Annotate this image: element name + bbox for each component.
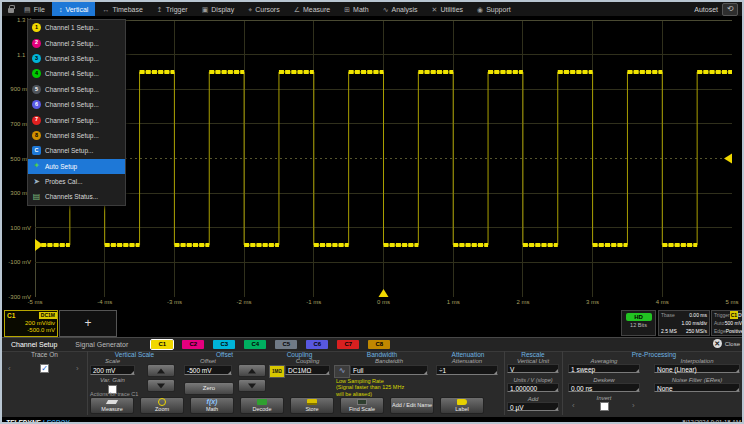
channel-chip-c2[interactable]: C2	[182, 340, 204, 349]
channel-chip-c4[interactable]: C4	[244, 340, 266, 349]
next-trace-arrow[interactable]: ›	[76, 364, 79, 373]
add-trace-button[interactable]: +	[59, 310, 117, 337]
noise-filter-field[interactable]: None	[654, 383, 740, 392]
channel-setup-panel: Channel Setup Signal Generator C1C2C3C4C…	[2, 337, 744, 417]
channel-chip-c1[interactable]: C1	[151, 340, 173, 349]
menu-trigger[interactable]: ↥Trigger	[150, 2, 195, 16]
label-button[interactable]: Label	[440, 397, 484, 414]
menu-item-channel-7-setup[interactable]: 7Channel 7 Setup...	[28, 112, 125, 127]
menu-cursors[interactable]: ⌖Cursors	[241, 2, 286, 16]
scale-up-button[interactable]	[147, 364, 175, 377]
timebase-label: Tbase	[661, 311, 675, 319]
menu-analysis[interactable]: ∿Analysis	[376, 2, 425, 16]
menu-support[interactable]: ◉Support	[470, 2, 518, 16]
decode-button[interactable]: Decode	[240, 397, 284, 414]
utilities-icon: ✕	[432, 6, 438, 13]
invert-next-arrow[interactable]: ›	[632, 401, 635, 410]
menu-display[interactable]: ▣Display	[195, 2, 242, 16]
menu-item-channel-3-setup[interactable]: 3Channel 3 Setup...	[28, 51, 125, 66]
trigger-level-marker[interactable]	[724, 154, 732, 164]
store-button[interactable]: Store	[290, 397, 334, 414]
menu-label: Timebase	[112, 6, 142, 13]
timebase-rate: 250 MS/s	[686, 327, 707, 335]
menu-file[interactable]: ▤File	[17, 2, 52, 16]
add-field[interactable]: 0 µV	[507, 402, 559, 411]
scale-down-button[interactable]	[147, 379, 175, 392]
channel-chip-c5[interactable]: C5	[275, 340, 297, 349]
menu-item-channel-setup[interactable]: CChannel Setup...	[28, 143, 125, 158]
menu-vertical[interactable]: ↕Vertical	[52, 2, 95, 16]
channel-chip-c6[interactable]: C6	[306, 340, 328, 349]
menu-measure[interactable]: ∠Measure	[287, 2, 338, 16]
zoom-button[interactable]: Zoom	[140, 397, 184, 414]
menu-item-probes-cal[interactable]: ➤Probes Cal...	[28, 174, 125, 189]
timebase-icon: ↔	[102, 6, 109, 13]
math-button[interactable]: f(x)Math	[190, 397, 234, 414]
vertical-unit-field[interactable]: V	[507, 364, 559, 373]
find-scale-button[interactable]: Find Scale	[340, 397, 384, 414]
timebase-scale: 1.00 ms/div	[681, 319, 707, 327]
menu-item-auto-setup[interactable]: ✦Auto Setup	[28, 159, 125, 174]
menu-item-channel-6-setup[interactable]: 6Channel 6 Setup...	[28, 97, 125, 112]
menu-item-channel-2-setup[interactable]: 2Channel 2 Setup...	[28, 35, 125, 50]
tab-channel-setup[interactable]: Channel Setup	[2, 341, 66, 348]
bandwidth-field[interactable]: Full	[350, 365, 428, 375]
undo-autoset-icon[interactable]: ⟲	[722, 3, 738, 16]
trace-on-label: Trace On	[2, 351, 87, 358]
autoset-button[interactable]: Autoset	[694, 6, 718, 13]
offset-down-button[interactable]	[238, 379, 266, 392]
menu-utilities[interactable]: ✕Utilities	[425, 2, 470, 16]
offset-field[interactable]: -500 mV	[184, 365, 232, 375]
close-panel-button[interactable]: ✕ Close	[713, 339, 740, 348]
analysis-icon: ∿	[383, 6, 389, 13]
scale-field[interactable]: 200 mV	[90, 365, 135, 375]
menu-bar: ▤File↕Vertical↔Timebase↥Trigger▣Display⌖…	[2, 2, 742, 17]
trace-on-checkbox[interactable]: ✓	[40, 364, 49, 373]
menu-item-label: Channel 6 Setup...	[45, 101, 99, 108]
c1-trace-edges	[35, 72, 732, 245]
coupling-header: Coupling	[267, 351, 332, 358]
oscilloscope-screen: ▤File↕Vertical↔Timebase↥Trigger▣Display⌖…	[0, 0, 744, 424]
timebase-descriptor[interactable]: Tbase0.00 ms 1.00 ms/div 2.5 MS250 MS/s	[658, 310, 710, 336]
menu-bar-items: ▤File↕Vertical↔Timebase↥Trigger▣Display⌖…	[17, 2, 518, 16]
trigger-icon: ↥	[157, 6, 163, 13]
deskew-field[interactable]: 0.00 ns	[568, 383, 640, 392]
prev-trace-arrow[interactable]: ‹	[8, 364, 11, 373]
offset-up-button[interactable]	[238, 364, 266, 377]
add-edit-name-button[interactable]: Add / Edit Name	[390, 397, 434, 414]
action-button-label: Label	[455, 407, 468, 413]
coupling-field[interactable]: DC1MΩ	[285, 365, 330, 375]
menu-math[interactable]: ⊞Math	[337, 2, 375, 16]
menu-item-channels-status[interactable]: ▤Channels Status...	[28, 189, 125, 204]
measure-button[interactable]: Measure	[90, 397, 134, 414]
menu-item-channel-1-setup[interactable]: 1Channel 1 Setup...	[28, 20, 125, 35]
averaging-field[interactable]: 1 sweep	[568, 364, 640, 373]
menu-item-channel-8-setup[interactable]: 8Channel 8 Setup...	[28, 128, 125, 143]
zero-offset-button[interactable]: Zero	[184, 382, 234, 395]
hd-mode-descriptor[interactable]: HD 12 Bits	[621, 310, 656, 336]
channel-c1-descriptor[interactable]: C1 DC1M 200 mV/div -500.0 mV	[4, 310, 58, 337]
menu-timebase[interactable]: ↔Timebase	[95, 2, 149, 16]
hd-bits: 12 Bits	[622, 322, 655, 328]
channel-chip-c3[interactable]: C3	[213, 340, 235, 349]
trigger-time-marker[interactable]	[379, 289, 389, 297]
menu-item-channel-4-setup[interactable]: 4Channel 4 Setup...	[28, 66, 125, 81]
lock-icon[interactable]	[8, 8, 14, 13]
c1-ground-marker[interactable]	[35, 239, 43, 251]
channel-chip-c7[interactable]: C7	[337, 340, 359, 349]
trigger-descriptor[interactable]: TriggerC1DC Auto500 mV EdgePositive	[711, 310, 744, 336]
invert-prev-arrow[interactable]: ‹	[572, 401, 575, 410]
action-button-label: Add / Edit Name	[392, 403, 432, 409]
menu-item-label: Channel 3 Setup...	[45, 55, 99, 62]
attenuation-field[interactable]: ÷1	[436, 365, 498, 375]
y-tick-label: -100 mV	[2, 259, 31, 265]
trigger-level: 500 mV	[725, 319, 742, 327]
units-per-v-field[interactable]: 1.000000	[507, 383, 559, 392]
bandwidth-icon: ∿	[334, 365, 350, 378]
menu-item-channel-5-setup[interactable]: 5Channel 5 Setup...	[28, 82, 125, 97]
tab-signal-generator[interactable]: Signal Generator	[66, 341, 137, 348]
invert-checkbox[interactable]	[600, 402, 609, 411]
channel-chip-c8[interactable]: C8	[368, 340, 390, 349]
interpolation-field[interactable]: None (Linear)	[654, 364, 740, 373]
channel-1-setup-icon: 1	[32, 23, 41, 32]
